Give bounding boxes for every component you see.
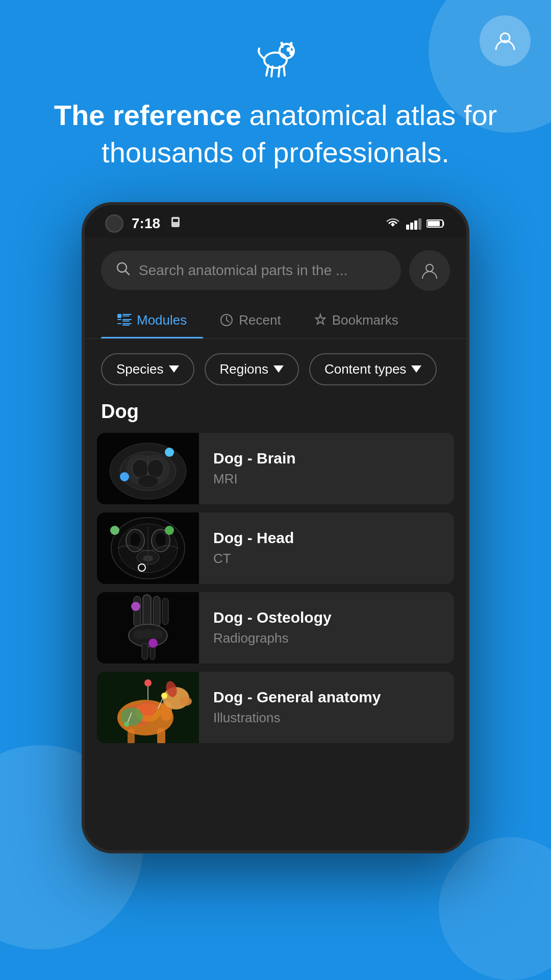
- svg-point-50: [156, 533, 166, 546]
- filter-species[interactable]: Species: [101, 353, 194, 385]
- content-subtitle-dog-brain: MRI: [213, 471, 440, 487]
- svg-point-42: [165, 448, 174, 457]
- svg-rect-12: [410, 223, 413, 230]
- svg-rect-20: [117, 314, 121, 318]
- filter-content-types-label: Content types: [324, 361, 406, 377]
- content-subtitle-dog-head: CT: [213, 551, 440, 567]
- svg-point-65: [151, 629, 163, 640]
- search-placeholder: Search anatomical parts in the ...: [139, 262, 347, 279]
- filter-regions[interactable]: Regions: [205, 353, 299, 385]
- svg-point-85: [161, 693, 167, 699]
- content-info-dog-osteology: Dog - Osteology Radiographs: [199, 597, 454, 658]
- content-info-dog-general: Dog - General anatomy Illustrations: [199, 676, 454, 738]
- svg-point-19: [426, 264, 433, 272]
- content-list: Dog - Brain MRI: [85, 433, 466, 743]
- svg-point-40: [147, 459, 164, 478]
- svg-point-55: [165, 526, 174, 535]
- svg-rect-66: [142, 643, 148, 659]
- thumb-dog-head: [97, 512, 199, 584]
- svg-point-39: [132, 459, 148, 478]
- svg-line-5: [279, 66, 280, 77]
- list-item-dog-general[interactable]: Dog - General anatomy Illustrations: [97, 672, 454, 743]
- filter-regions-label: Regions: [220, 361, 268, 377]
- svg-rect-21: [122, 314, 132, 315]
- svg-point-8: [288, 48, 290, 51]
- thumb-dog-brain: [97, 433, 199, 504]
- svg-rect-25: [122, 321, 130, 322]
- list-item-dog-head[interactable]: Dog - Head CT: [97, 512, 454, 584]
- section-title: Dog: [85, 396, 466, 433]
- profile-bubble-header: [480, 15, 531, 66]
- search-row: Search anatomical parts in the ...: [85, 238, 466, 299]
- signal-icon: [406, 217, 421, 230]
- svg-point-41: [138, 475, 158, 487]
- filters-row: Species Regions Content types: [85, 339, 466, 396]
- svg-point-69: [148, 639, 158, 648]
- svg-rect-23: [117, 319, 121, 320]
- svg-line-6: [284, 65, 285, 76]
- svg-rect-26: [117, 323, 121, 324]
- svg-point-87: [124, 722, 129, 727]
- svg-rect-79: [128, 729, 135, 743]
- wifi-icon: [385, 217, 401, 230]
- content-title-dog-osteology: Dog - Osteology: [213, 609, 440, 626]
- svg-rect-78: [157, 728, 165, 743]
- svg-rect-27: [122, 323, 132, 324]
- list-item-dog-brain[interactable]: Dog - Brain MRI: [97, 433, 454, 504]
- dog-icon: [250, 31, 301, 82]
- search-icon: [115, 261, 131, 280]
- svg-rect-16: [428, 221, 440, 226]
- tabs-row: Modules Recent Bookmarks: [85, 299, 466, 339]
- thumb-dog-osteology: [97, 592, 199, 664]
- battery-icon: [427, 218, 446, 229]
- svg-rect-60: [153, 596, 160, 627]
- filter-species-label: Species: [116, 361, 164, 377]
- profile-button[interactable]: [409, 250, 450, 291]
- camera-dot: [105, 214, 123, 233]
- status-bar: 7:18: [85, 205, 466, 238]
- svg-point-49: [130, 533, 140, 546]
- svg-rect-11: [406, 225, 409, 230]
- svg-line-4: [271, 66, 272, 77]
- tab-recent-label: Recent: [239, 312, 281, 328]
- filter-content-types[interactable]: Content types: [309, 353, 437, 385]
- content-title-dog-head: Dog - Head: [213, 529, 440, 547]
- svg-rect-13: [414, 220, 417, 230]
- svg-point-83: [144, 679, 152, 687]
- phone-mockup: 7:18: [82, 202, 469, 853]
- content-info-dog-head: Dog - Head CT: [199, 517, 454, 579]
- tab-bookmarks-label: Bookmarks: [332, 312, 398, 328]
- svg-point-7: [290, 52, 293, 55]
- tab-modules[interactable]: Modules: [101, 304, 203, 338]
- svg-rect-59: [143, 595, 151, 628]
- svg-rect-28: [122, 325, 130, 326]
- list-item-dog-osteology[interactable]: Dog - Osteology Radiographs: [97, 592, 454, 664]
- svg-marker-32: [316, 314, 325, 324]
- sim-icon: [168, 215, 183, 232]
- svg-rect-22: [122, 315, 130, 316]
- svg-point-81: [139, 701, 157, 716]
- content-info-dog-brain: Dog - Brain MRI: [199, 437, 454, 499]
- tab-bookmarks[interactable]: Bookmarks: [297, 304, 415, 338]
- header-title: The reference anatomical atlas for thous…: [0, 97, 551, 172]
- status-icons: [385, 217, 446, 230]
- phone-wrapper: 7:18: [0, 202, 551, 894]
- content-title-dog-general: Dog - General anatomy: [213, 689, 440, 706]
- svg-point-74: [180, 697, 192, 706]
- tab-recent[interactable]: Recent: [203, 304, 297, 338]
- svg-line-18: [126, 271, 129, 275]
- svg-rect-14: [418, 218, 421, 230]
- svg-rect-61: [162, 598, 168, 625]
- search-bar[interactable]: Search anatomical parts in the ...: [101, 251, 401, 290]
- svg-point-43: [120, 472, 129, 481]
- svg-point-54: [110, 526, 119, 535]
- svg-point-68: [131, 602, 140, 611]
- svg-rect-58: [134, 596, 141, 627]
- tab-modules-label: Modules: [137, 312, 187, 328]
- header-area: The reference anatomical atlas for thous…: [0, 0, 551, 202]
- status-left: 7:18: [105, 214, 183, 233]
- svg-line-3: [266, 65, 268, 76]
- svg-rect-24: [122, 319, 132, 320]
- svg-line-31: [227, 320, 229, 322]
- content-subtitle-dog-osteology: Radiographs: [213, 630, 440, 646]
